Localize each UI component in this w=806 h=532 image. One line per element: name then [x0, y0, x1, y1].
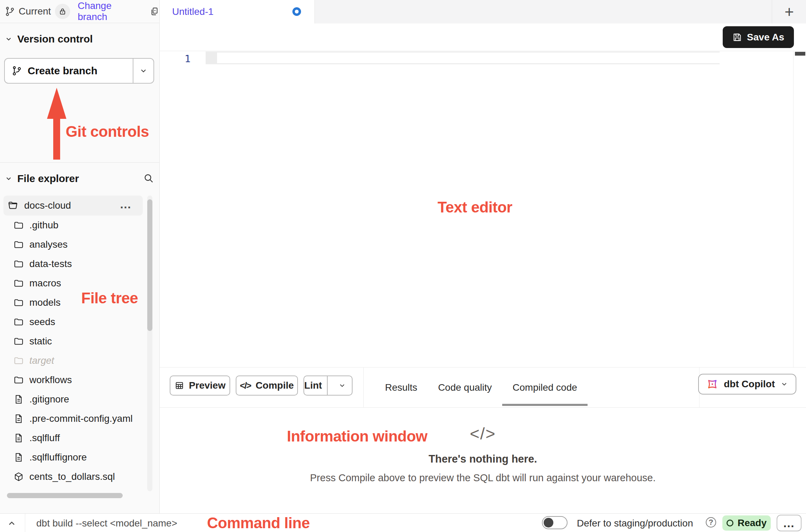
tree-item-target[interactable]: target	[0, 351, 145, 370]
chevron-down-icon	[780, 380, 788, 388]
create-branch-dropdown[interactable]	[133, 59, 153, 83]
tree-item-gitignore[interactable]: .gitignore	[0, 390, 145, 409]
annotation-file-tree: File tree	[81, 289, 138, 307]
tree-item-label: target	[29, 355, 54, 366]
create-branch-button[interactable]: Create branch	[4, 58, 154, 84]
tree-item-label: macros	[29, 278, 61, 289]
save-as-button[interactable]: Save As	[723, 26, 794, 48]
editor-active-line[interactable]	[206, 51, 720, 64]
tree-item-label: data-tests	[29, 258, 72, 269]
annotation-information-window: Information window	[287, 428, 428, 445]
defer-toggle[interactable]	[542, 516, 568, 529]
tree-item-analyses[interactable]: analyses	[0, 235, 145, 254]
plus-icon: +	[785, 2, 794, 21]
tree-item-workflows[interactable]: workflows	[0, 370, 145, 390]
annotation-text-editor: Text editor	[438, 199, 512, 216]
file-explorer-section-header[interactable]: File explorer	[5, 173, 79, 184]
file-explorer-title: File explorer	[17, 173, 79, 184]
preview-label: Preview	[189, 380, 226, 391]
copy-branch-icon[interactable]	[150, 7, 159, 16]
dbt-copilot-button[interactable]: dbt Copilot	[698, 374, 796, 395]
panel-divider	[363, 368, 364, 407]
more-options-button[interactable]: …	[777, 515, 802, 531]
folder-icon	[13, 375, 24, 385]
annotation-command-line: Command line	[207, 514, 310, 532]
folder-icon	[13, 297, 24, 308]
code-icon: </>	[240, 380, 251, 391]
tab-compiled-code[interactable]: Compiled code	[502, 368, 588, 407]
new-tab-button[interactable]: +	[772, 0, 806, 23]
file-tree-root-row[interactable]: docs-cloud …	[3, 196, 143, 216]
tree-item-cents-to-dollars[interactable]: cents_to_dollars.sql	[0, 467, 145, 486]
lint-button[interactable]: Lint	[304, 376, 322, 395]
tree-item-label: cents_to_dollars.sql	[29, 471, 115, 482]
lint-dropdown[interactable]	[332, 376, 352, 395]
file-icon	[13, 394, 24, 405]
empty-state: </> There's nothing here. Press Compile …	[160, 424, 806, 484]
search-icon[interactable]	[143, 173, 154, 184]
tab-code-quality[interactable]: Code quality	[428, 368, 502, 407]
empty-state-title: There's nothing here.	[429, 453, 537, 465]
action-buttons: Preview </> Compile Lint	[170, 376, 353, 396]
tree-item-label: static	[29, 336, 52, 347]
editor-line-input[interactable]	[217, 53, 720, 63]
editor-scrollbar-thumb[interactable]	[795, 52, 805, 56]
file-tree-hscrollbar-thumb[interactable]	[7, 493, 123, 498]
tree-item-seeds[interactable]: seeds	[0, 312, 145, 332]
unsaved-dot-icon[interactable]	[292, 7, 301, 16]
command-line-bar: dbt build --select <model_name> Defer to…	[0, 513, 806, 532]
information-window: </> There's nothing here. Press Compile …	[160, 408, 806, 513]
folder-icon	[13, 259, 24, 269]
help-icon[interactable]: ?	[706, 517, 716, 528]
version-control-section-header[interactable]: Version control	[5, 33, 93, 45]
folder-open-icon	[8, 200, 19, 211]
folder-icon	[13, 239, 24, 250]
git-branch-icon	[5, 6, 15, 17]
compile-button[interactable]: </> Compile	[236, 376, 298, 396]
editor-scrollbar-track[interactable]	[793, 51, 806, 367]
toggle-knob	[544, 518, 553, 528]
status-label: Ready	[738, 517, 767, 529]
button-divider	[327, 376, 328, 395]
sidebar: Current Change branch Version control	[0, 0, 160, 513]
tree-item-pre-commit-config[interactable]: .pre-commit-config.yaml	[0, 409, 145, 428]
compile-label: Compile	[256, 380, 294, 391]
change-branch-link[interactable]: Change branch	[78, 0, 143, 22]
chevron-down-icon	[5, 35, 12, 43]
folder-icon	[13, 336, 24, 346]
tree-item-data-tests[interactable]: data-tests	[0, 254, 145, 274]
save-icon	[732, 32, 742, 42]
file-actions-menu-icon[interactable]: …	[120, 198, 132, 211]
code-icon: </>	[470, 424, 496, 443]
tab-untitled-1[interactable]: Untitled-1	[160, 0, 315, 24]
create-branch-label: Create branch	[28, 65, 97, 77]
tree-item-sqlfluffignore[interactable]: .sqlfluffignore	[0, 448, 145, 467]
chevron-down-icon	[139, 67, 148, 75]
chevron-down-icon	[5, 175, 12, 182]
command-input[interactable]: dbt build --select <model_name>	[36, 518, 177, 529]
folder-icon	[13, 278, 24, 288]
copilot-label: dbt Copilot	[724, 379, 775, 390]
file-tree-root-label: docs-cloud	[24, 200, 71, 211]
table-icon	[175, 381, 184, 390]
version-control-title: Version control	[17, 33, 93, 45]
tree-item-label: workflows	[29, 374, 72, 386]
tree-item-label: .gitignore	[29, 394, 69, 405]
tab-label: Results	[385, 382, 417, 393]
results-toolbar: Preview </> Compile Lint Results Code qu…	[160, 367, 806, 408]
file-tree-scrollbar-thumb[interactable]	[147, 199, 152, 331]
lint-split-button[interactable]: Lint	[303, 376, 353, 396]
tree-item-github[interactable]: .github	[0, 216, 145, 235]
tree-item-label: models	[29, 297, 60, 308]
chevron-down-icon	[338, 382, 346, 389]
tree-item-static[interactable]: static	[0, 332, 145, 351]
tree-item-label: .sqlfluffignore	[29, 452, 87, 463]
create-branch-main[interactable]: Create branch	[5, 59, 133, 83]
tree-item-sqlfluff[interactable]: .sqlfluff	[0, 428, 145, 448]
chevron-up-icon[interactable]	[7, 519, 17, 528]
tab-label: Code quality	[438, 382, 492, 393]
lock-icon	[59, 8, 66, 15]
preview-button[interactable]: Preview	[170, 376, 230, 396]
tab-results[interactable]: Results	[375, 368, 428, 407]
save-as-label: Save As	[747, 32, 784, 43]
